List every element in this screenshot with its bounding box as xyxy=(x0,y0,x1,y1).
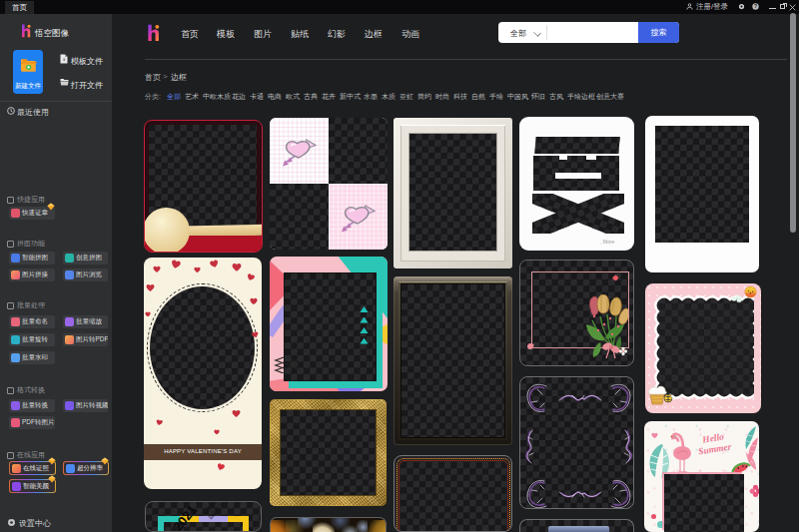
svg-text:?: ? xyxy=(754,3,757,9)
